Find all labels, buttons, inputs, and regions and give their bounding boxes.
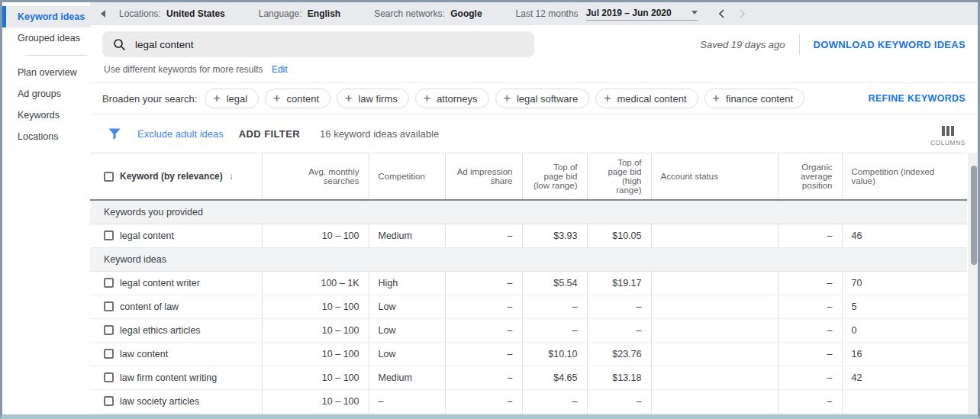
keyword-cell: law firm content writing	[120, 372, 217, 383]
account-status-cell	[651, 342, 778, 366]
top-of-page-bid-high-header[interactable]: Top of page bid (high range)	[587, 153, 651, 201]
chip-content[interactable]: +content	[265, 89, 330, 108]
chip-attorneys[interactable]: +attorneys	[415, 89, 489, 108]
row-checkbox[interactable]	[104, 278, 114, 288]
competition-cell: –	[369, 389, 445, 413]
chip-legal-software[interactable]: +legal software	[495, 89, 590, 108]
top-of-page-bid-low-cell: –	[522, 295, 587, 318]
organic-average-position-cell: –	[778, 342, 842, 366]
keyword-table-area: Keyword (by relevance) ↓ Avg. monthly se…	[90, 153, 978, 414]
row-checkbox[interactable]	[104, 372, 114, 382]
add-filter-button[interactable]: ADD FILTER	[239, 128, 300, 140]
table-section-row: Keyword ideas	[90, 247, 967, 271]
avg-monthly-searches-cell: 10 – 100	[262, 413, 369, 414]
broaden-search-label: Broaden your search:	[102, 93, 197, 105]
row-checkbox[interactable]	[104, 301, 114, 311]
top-of-page-bid-high-cell: –	[587, 318, 651, 342]
select-all-checkbox[interactable]	[104, 172, 114, 182]
sidebar-item-keywords[interactable]: Keywords	[2, 105, 90, 126]
organic-average-position-header[interactable]: Organic average position	[778, 153, 842, 201]
columns-icon	[942, 126, 954, 136]
keyword-cell: legal ethics articles	[120, 325, 201, 336]
settings-bar: Locations: United States Language: Engli…	[90, 2, 978, 25]
chip-legal[interactable]: +legal	[205, 89, 259, 108]
date-range-label: Last 12 months	[516, 8, 579, 19]
table-row[interactable]: law firm content writing 10 – 100 Medium…	[90, 366, 967, 389]
scrollbar-thumb[interactable]	[971, 166, 977, 265]
chip-law-firms[interactable]: +law firms	[337, 89, 409, 108]
top-of-page-bid-high-cell: –	[587, 389, 651, 413]
ad-impression-share-header[interactable]: Ad impression share	[445, 153, 522, 201]
row-checkbox[interactable]	[104, 230, 114, 240]
account-status-cell	[651, 224, 778, 247]
search-query-text: legal content	[135, 39, 194, 50]
date-range-dropdown[interactable]: Jul 2019 – Jun 2020	[586, 8, 698, 21]
table-row[interactable]: writing legal articles 10 – 100 Medium –…	[90, 413, 967, 414]
row-checkbox[interactable]	[104, 349, 114, 359]
keyword-column-header[interactable]: Keyword (by relevance) ↓	[90, 153, 262, 201]
sidebar-item-ad-groups[interactable]: Ad groups	[2, 83, 90, 105]
table-row[interactable]: content of law 10 – 100 Low – – – – 5	[90, 295, 967, 318]
collapse-panel-icon[interactable]	[101, 10, 105, 18]
competition-header[interactable]: Competition	[369, 153, 445, 201]
table-row[interactable]: legal content 10 – 100 Medium – $3.93 $1…	[90, 224, 967, 247]
refine-keywords-button[interactable]: REFINE KEYWORDS	[869, 93, 965, 104]
row-checkbox[interactable]	[104, 325, 114, 335]
account-status-cell	[651, 271, 778, 295]
competition-indexed-cell: 70	[842, 271, 967, 295]
top-of-page-bid-high-cell: $23.76	[587, 342, 651, 366]
table-row[interactable]: legal content writer 100 – 1K High – $5.…	[90, 271, 967, 295]
ad-impression-share-cell: –	[445, 224, 522, 247]
networks-setting[interactable]: Search networks: Google	[374, 8, 482, 19]
top-of-page-bid-low-cell: –	[522, 389, 587, 413]
competition-cell: Medium	[369, 224, 445, 247]
sidebar-item-keyword-ideas[interactable]: Keyword ideas	[2, 6, 90, 27]
sidebar-item-plan-overview[interactable]: Plan overview	[2, 62, 90, 83]
search-hint-text: Use different keywords for more results	[104, 64, 263, 75]
account-status-cell	[651, 318, 778, 342]
table-row[interactable]: law society articles 10 – 100 – – – – –	[90, 389, 967, 413]
competition-cell: Medium	[369, 413, 445, 414]
account-status-header[interactable]: Account status	[651, 153, 778, 201]
table-row[interactable]: legal ethics articles 10 – 100 Low – – –…	[90, 318, 967, 342]
chip-medical-content[interactable]: +medical content	[595, 89, 698, 108]
locations-label: Locations:	[119, 8, 161, 19]
account-status-cell	[651, 295, 778, 318]
avg-monthly-searches-cell: 10 – 100	[262, 366, 369, 389]
section-title: Keywords you provided	[90, 200, 967, 224]
keyword-search-input[interactable]: legal content	[102, 31, 534, 57]
top-of-page-bid-low-cell: $5.54	[522, 271, 587, 295]
avg-monthly-searches-header[interactable]: Avg. monthly searches	[262, 153, 369, 201]
sidebar-item-locations[interactable]: Locations	[2, 126, 90, 147]
locations-setting[interactable]: Locations: United States	[119, 8, 225, 19]
chip-finance-content[interactable]: +finance content	[704, 89, 805, 108]
next-period-button[interactable]	[738, 9, 746, 18]
ad-impression-share-cell: –	[445, 295, 522, 318]
vertical-scrollbar[interactable]	[969, 153, 978, 414]
organic-average-position-cell: –	[778, 224, 842, 247]
top-of-page-bid-low-header[interactable]: Top of page bid (low range)	[522, 153, 587, 201]
competition-cell: Low	[369, 295, 445, 318]
language-setting[interactable]: Language: English	[259, 8, 340, 19]
organic-average-position-cell: –	[778, 413, 842, 414]
language-value: English	[308, 8, 340, 19]
previous-period-button[interactable]	[717, 9, 726, 18]
keyword-cell: legal content writer	[120, 278, 200, 288]
row-checkbox[interactable]	[104, 396, 114, 406]
filter-bar: Exclude adult ideas ADD FILTER 16 keywor…	[90, 114, 978, 153]
organic-average-position-cell: –	[778, 389, 842, 413]
top-of-page-bid-low-cell: $4.65	[522, 366, 587, 389]
filter-icon[interactable]	[108, 128, 121, 140]
competition-indexed-header[interactable]: Competition (indexed value)	[842, 153, 967, 201]
competition-cell: Medium	[369, 366, 445, 389]
exclude-adult-ideas-filter[interactable]: Exclude adult ideas	[137, 128, 224, 140]
edit-keywords-link[interactable]: Edit	[272, 64, 288, 75]
download-keyword-ideas-button[interactable]: DOWNLOAD KEYWORD IDEAS	[814, 39, 965, 50]
table-row[interactable]: law content 10 – 100 Low – $10.10 $23.76…	[90, 342, 967, 366]
sidebar-item-grouped-ideas[interactable]: Grouped ideas	[2, 27, 90, 49]
sidebar: Keyword ideas Grouped ideas Plan overvie…	[2, 2, 90, 414]
columns-button[interactable]: COLUMNS	[930, 126, 965, 147]
account-status-cell	[651, 366, 778, 389]
organic-average-position-cell: –	[778, 366, 842, 389]
search-icon	[113, 38, 126, 51]
